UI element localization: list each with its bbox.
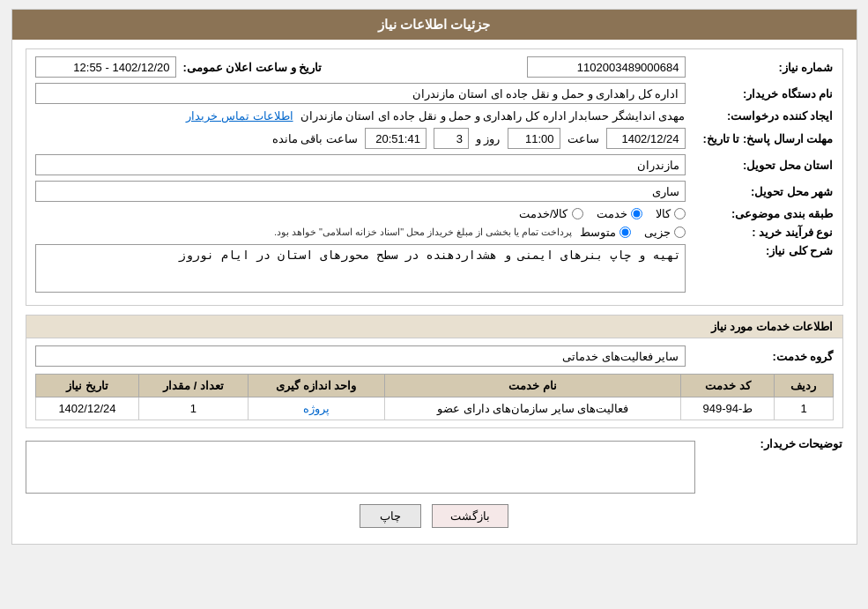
creator-label: ایجاد کننده درخواست: — [693, 109, 834, 123]
buyer-org-label: نام دستگاه خریدار: — [693, 87, 834, 100]
col-service-name: نام خدمت — [384, 375, 681, 397]
col-date: تاریخ نیاز — [35, 375, 139, 397]
group-label: گروه خدمت: — [693, 350, 834, 363]
col-service-code: کد خدمت — [681, 375, 775, 397]
purchase-type-label: نوع فرآیند خرید : — [693, 226, 834, 239]
deadline-date: 1402/12/24 — [606, 128, 686, 149]
announce-date-label: تاریخ و ساعت اعلان عمومی: — [183, 61, 323, 74]
deadline-remaining-label: ساعت باقی مانده — [272, 132, 358, 145]
group-value: سایر فعالیت‌های خدماتی — [35, 345, 686, 367]
category-kala-radio[interactable] — [674, 208, 686, 219]
deadline-days-label: روز و — [476, 132, 501, 145]
print-button[interactable]: چاپ — [360, 504, 421, 528]
need-desc-label: شرح کلی نیاز: — [693, 244, 834, 257]
purchase-type-jozii[interactable]: جزیی — [644, 226, 686, 239]
services-table: ردیف کد خدمت نام خدمت واحد اندازه گیری ت… — [35, 374, 834, 420]
purchase-type-options: جزیی متوسط — [580, 226, 686, 239]
buyer-notes-textarea[interactable] — [26, 441, 695, 494]
page-title: جزئیات اطلاعات نیاز — [12, 10, 857, 40]
col-quantity: تعداد / مقدار — [139, 375, 248, 397]
category-khedmat-radio[interactable] — [631, 208, 642, 219]
col-unit: واحد اندازه گیری — [248, 375, 384, 397]
city-label: شهر محل تحویل: — [693, 185, 834, 198]
province-value: مازندران — [35, 154, 686, 175]
deadline-remaining: 20:51:41 — [365, 128, 427, 149]
need-desc-textarea[interactable] — [35, 244, 686, 293]
category-label: طبقه بندی موضوعی: — [693, 207, 834, 220]
purchase-type-motavasset[interactable]: متوسط — [580, 226, 631, 239]
category-kala-khedmat[interactable]: کالا/خدمت — [519, 207, 583, 220]
need-number-label: شماره نیاز: — [693, 61, 834, 74]
services-section-title: اطلاعات خدمات مورد نیاز — [26, 316, 842, 338]
province-label: استان محل تحویل: — [693, 159, 834, 172]
deadline-time-label: ساعت — [568, 132, 599, 145]
buyer-org-value: اداره کل راهداری و حمل و نقل جاده ای است… — [35, 83, 686, 104]
col-row-num: ردیف — [775, 375, 833, 397]
deadline-label: مهلت ارسال پاسخ: تا تاریخ: — [693, 132, 834, 145]
category-khedmat[interactable]: خدمت — [597, 207, 642, 220]
category-kala-khedmat-radio[interactable] — [572, 208, 583, 219]
category-options: کالا خدمت کالا/خدمت — [519, 207, 686, 220]
creator-name: مهدی اندایشگر حسابدار اداره کل راهداری و… — [300, 109, 686, 123]
purchase-jozii-radio[interactable] — [674, 227, 686, 238]
deadline-days: 3 — [434, 128, 469, 149]
city-value: ساری — [35, 181, 686, 202]
buyer-notes-label: توضیحات خریدار: — [702, 437, 843, 450]
action-buttons: بازگشت چاپ — [26, 504, 843, 528]
category-kala[interactable]: کالا — [656, 207, 686, 220]
announce-date-value: 1402/12/20 - 12:55 — [35, 56, 176, 78]
purchase-motavasset-radio[interactable] — [619, 227, 631, 238]
table-row: 1ط-94-949فعالیت‌های سایر سازمان‌های دارا… — [35, 397, 833, 420]
need-number-value: 1102003489000684 — [527, 56, 686, 78]
creator-contact-link[interactable]: اطلاعات تماس خریدار — [186, 109, 293, 123]
deadline-time: 11:00 — [508, 128, 560, 149]
purchase-note: پرداخت تمام یا بخشی از مبلغ خریداز محل "… — [274, 227, 573, 238]
back-button[interactable]: بازگشت — [432, 504, 508, 528]
